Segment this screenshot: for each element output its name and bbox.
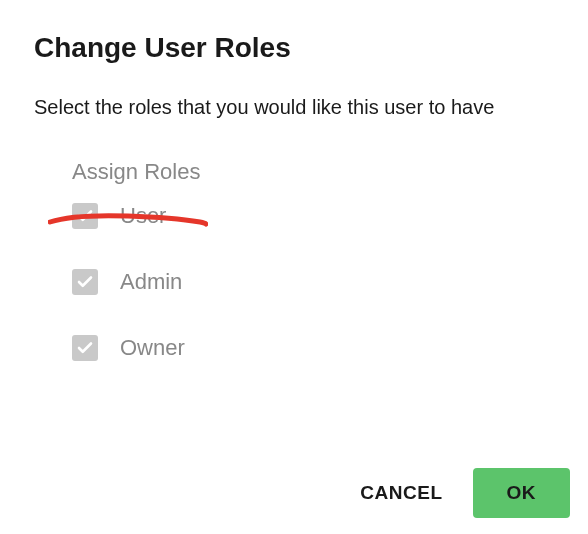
checkbox-user[interactable] (72, 203, 98, 229)
assign-roles-header: Assign Roles (72, 159, 554, 185)
role-item-admin: Admin (72, 269, 554, 295)
role-label: Admin (120, 269, 182, 295)
checkmark-icon (76, 273, 94, 291)
role-item-user: User (72, 203, 554, 229)
checkmark-icon (76, 339, 94, 357)
dialog-title: Change User Roles (34, 32, 554, 64)
role-label: User (120, 203, 166, 229)
checkmark-icon (76, 207, 94, 225)
dialog-button-row: CANCEL OK (352, 468, 570, 518)
checkbox-owner[interactable] (72, 335, 98, 361)
checkbox-admin[interactable] (72, 269, 98, 295)
role-list: User Admin Owner (72, 203, 554, 361)
cancel-button[interactable]: CANCEL (352, 468, 450, 518)
ok-button[interactable]: OK (473, 468, 571, 518)
dialog-subtitle: Select the roles that you would like thi… (34, 96, 554, 119)
role-item-owner: Owner (72, 335, 554, 361)
role-label: Owner (120, 335, 185, 361)
